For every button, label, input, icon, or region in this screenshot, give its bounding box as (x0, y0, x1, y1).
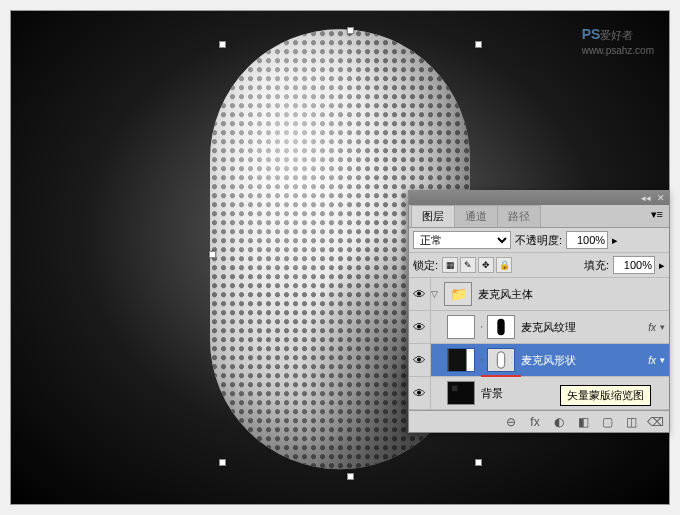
layer-thumbnail[interactable] (447, 315, 475, 339)
tooltip: 矢量蒙版缩览图 (560, 385, 651, 406)
transform-handle[interactable] (347, 27, 354, 34)
fx-badge[interactable]: fx (644, 322, 660, 333)
lock-pixels-icon[interactable]: ✎ (460, 257, 476, 273)
layer-thumbnail[interactable] (447, 381, 475, 405)
panel-footer: ⊖ fx ◐ ◧ ▢ ◫ ⌫ (409, 410, 669, 432)
transform-handle[interactable] (209, 251, 216, 258)
layer-name[interactable]: 麦克风主体 (474, 287, 669, 302)
lock-transparency-icon[interactable]: ▦ (442, 257, 458, 273)
lock-row: 锁定: ▦ ✎ ✥ 🔒 填充: ▸ (409, 253, 669, 278)
transform-handle[interactable] (219, 459, 226, 466)
fill-flyout-icon[interactable]: ▸ (659, 259, 665, 272)
fill-input[interactable] (613, 256, 655, 274)
transform-handle[interactable] (475, 459, 482, 466)
group-collapse-icon[interactable]: ▽ (431, 289, 442, 299)
layer-row[interactable]: 👁 ⬝ 麦克风纹理 fx▾ (409, 311, 669, 344)
fx-expand-icon[interactable]: ▾ (660, 322, 669, 332)
blend-mode-select[interactable]: 正常 (413, 231, 511, 249)
link-icon: ⬝ (477, 355, 485, 365)
svg-rect-7 (448, 382, 474, 404)
adjustment-icon[interactable]: ◧ (575, 414, 591, 430)
collapse-icon[interactable]: ◂◂ (641, 193, 651, 203)
fx-badge[interactable]: fx (644, 355, 660, 366)
new-group-icon[interactable]: ▢ (599, 414, 615, 430)
layer-row-group[interactable]: 👁 ▽ 📁 麦克风主体 (409, 278, 669, 311)
panel-tabs: 图层 通道 路径 ▾≡ (409, 205, 669, 228)
layer-row-selected[interactable]: 👁 ⬝ 麦克风形状 fx▾ (409, 344, 669, 377)
transform-handle[interactable] (347, 473, 354, 480)
panel-menu-icon[interactable]: ▾≡ (645, 205, 669, 227)
transform-handle[interactable] (475, 41, 482, 48)
tab-channels[interactable]: 通道 (454, 205, 498, 227)
layer-name[interactable]: 麦克风纹理 (517, 320, 644, 335)
lock-all-icon[interactable]: 🔒 (496, 257, 512, 273)
svg-rect-8 (452, 386, 458, 392)
fx-menu-icon[interactable]: fx (527, 414, 543, 430)
layers-panel: ◂◂ ✕ 图层 通道 路径 ▾≡ 正常 不透明度: ▸ 锁定: ▦ ✎ ✥ 🔒 … (408, 190, 670, 433)
mask-icon[interactable]: ◐ (551, 414, 567, 430)
visibility-icon[interactable]: 👁 (409, 344, 431, 376)
lock-position-icon[interactable]: ✥ (478, 257, 494, 273)
tab-layers[interactable]: 图层 (411, 205, 455, 227)
panel-header: ◂◂ ✕ (409, 191, 669, 205)
svg-rect-6 (497, 352, 504, 369)
delete-icon[interactable]: ⌫ (647, 414, 663, 430)
visibility-icon[interactable]: 👁 (409, 278, 431, 310)
layer-thumbnail[interactable] (447, 348, 475, 372)
svg-rect-0 (448, 316, 474, 338)
fx-expand-icon[interactable]: ▾ (660, 355, 669, 365)
visibility-icon[interactable]: 👁 (409, 311, 431, 343)
svg-rect-2 (497, 319, 504, 336)
link-icon: ⬝ (477, 322, 485, 332)
lock-label: 锁定: (413, 258, 438, 273)
close-icon[interactable]: ✕ (657, 193, 665, 203)
opacity-input[interactable] (566, 231, 608, 249)
new-layer-icon[interactable]: ◫ (623, 414, 639, 430)
link-layers-icon[interactable]: ⊖ (503, 414, 519, 430)
svg-rect-4 (448, 349, 466, 371)
watermark: PS爱好者 www.psahz.com (582, 26, 654, 57)
opacity-label: 不透明度: (515, 233, 562, 248)
visibility-icon[interactable]: 👁 (409, 377, 431, 409)
blend-row: 正常 不透明度: ▸ (409, 228, 669, 253)
tab-paths[interactable]: 路径 (497, 205, 541, 227)
layer-name[interactable]: 麦克风形状 (517, 353, 644, 368)
opacity-flyout-icon[interactable]: ▸ (612, 234, 618, 247)
folder-icon: 📁 (444, 282, 472, 306)
fill-label: 填充: (584, 258, 609, 273)
mask-thumbnail[interactable] (487, 315, 515, 339)
layer-list: 👁 ▽ 📁 麦克风主体 👁 ⬝ 麦克风纹理 fx▾ 👁 ⬝ 麦克风形状 fx▾ … (409, 278, 669, 410)
vector-mask-thumbnail[interactable] (487, 348, 515, 372)
transform-handle[interactable] (219, 41, 226, 48)
